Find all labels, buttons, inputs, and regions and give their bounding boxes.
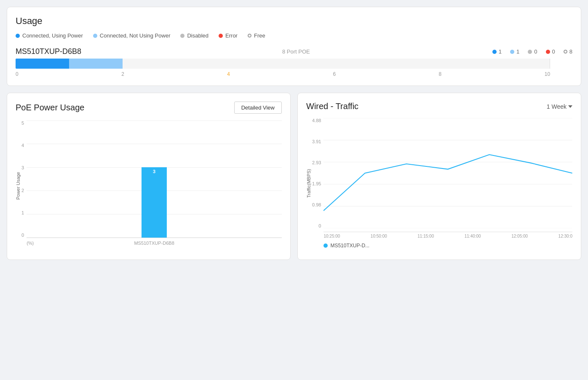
bar-blue [16, 59, 69, 69]
poe-y-2: 2 [21, 188, 24, 193]
time-selector[interactable]: 1 Week [547, 103, 572, 110]
legend-item-error: Error [219, 32, 238, 39]
axis-4: 4 [227, 71, 230, 77]
free-label: Free [254, 32, 265, 39]
count-dot-light [510, 50, 514, 54]
traffic-x-axis: 10:25:00 10:50:00 11:15:00 11:40:00 12:0… [323, 232, 572, 238]
count-value-4: 0 [552, 48, 555, 55]
x-label-2: 10:50:00 [371, 234, 387, 238]
disabled-dot [180, 34, 184, 38]
legend-item-free: Free [248, 32, 265, 39]
bar-track [16, 59, 550, 69]
error-dot [219, 34, 223, 38]
count-connected-power: 1 [492, 48, 502, 55]
x-label-3: 11:15:00 [417, 234, 434, 238]
poe-y-5: 5 [21, 120, 24, 126]
count-dot-empty [564, 50, 567, 54]
poe-y-axis: 5 4 3 2 1 0 [21, 120, 27, 251]
usage-card: Usage Connected, Using Power Connected, … [7, 7, 581, 86]
traffic-svg [323, 118, 572, 228]
count-dot-blue [492, 50, 497, 54]
traffic-y-098: 0.98 [312, 202, 321, 207]
detailed-view-button[interactable]: Detailed View [234, 102, 282, 114]
traffic-card: Wired - Traffic 1 Week Traffic(MBPS) 4.8… [297, 93, 581, 260]
error-label: Error [225, 32, 238, 39]
traffic-legend-dot [323, 244, 328, 248]
poe-y-3: 3 [21, 165, 24, 170]
poe-card: PoE Power Usage Detailed View Power Usag… [7, 93, 291, 260]
poe-bar-ms510: 3 [142, 167, 167, 238]
poe-y-1: 1 [21, 210, 24, 215]
usage-title: Usage [16, 16, 572, 27]
poe-y-0: 0 [21, 233, 24, 238]
legend: Connected, Using Power Connected, Not Us… [16, 32, 572, 39]
device-row: MS510TXUP-D6B8 8 Port POE 1 1 0 0 8 [16, 47, 572, 56]
poe-x-axis: (%) MS510TXUP-D6B8 [27, 238, 282, 251]
poe-card-header: PoE Power Usage Detailed View [16, 102, 282, 114]
legend-item-connected-power: Connected, Using Power [16, 32, 83, 39]
connected-power-label: Connected, Using Power [22, 32, 83, 39]
bar-end-line [550, 59, 550, 69]
usage-bar-chart: 0 2 4 6 8 10 [16, 59, 572, 77]
traffic-y-391: 3.91 [312, 139, 321, 144]
x-label-1: 10:25:00 [323, 234, 340, 238]
connected-no-power-label: Connected, Not Using Power [100, 32, 171, 39]
traffic-y-title-wrapper: Traffic(MBPS) [306, 118, 312, 249]
chevron-down-icon [568, 105, 572, 108]
poe-chart-inner: 3 (%) MS510TXUP-D6B8 [27, 120, 282, 251]
traffic-y-axis-title: Traffic(MBPS) [306, 169, 311, 198]
axis-2: 2 [121, 71, 124, 77]
count-value-5: 8 [569, 48, 572, 55]
traffic-title: Wired - Traffic [306, 102, 358, 111]
count-value-1: 1 [499, 48, 502, 55]
count-free: 8 [564, 48, 572, 55]
free-dot [248, 34, 251, 37]
traffic-y-488: 4.88 [312, 118, 321, 123]
time-label: 1 Week [547, 103, 567, 110]
x-label-4: 11:40:00 [465, 234, 481, 238]
axis-0: 0 [16, 71, 19, 77]
count-disabled: 0 [528, 48, 537, 55]
traffic-legend-label: MS510TXUP-D... [330, 243, 369, 249]
count-value-2: 1 [516, 48, 519, 55]
poe-y-4: 4 [21, 143, 24, 148]
count-value-3: 0 [534, 48, 537, 55]
axis-8: 8 [439, 71, 442, 77]
device-counts: 1 1 0 0 8 [492, 48, 572, 55]
bar-light-blue [69, 59, 123, 69]
poe-bar-value: 3 [153, 169, 155, 174]
device-port-label: 8 Port POE [108, 48, 484, 55]
traffic-y-labels: 4.88 3.91 2.93 1.95 0.98 0 [312, 118, 323, 249]
count-connected-no-power: 1 [510, 48, 519, 55]
poe-title: PoE Power Usage [16, 103, 84, 112]
traffic-y-195: 1.95 [312, 181, 321, 186]
count-dot-gray [528, 50, 532, 54]
poe-x-label: MS510TXUP-D6B8 [134, 241, 174, 246]
traffic-y-0: 0 [318, 223, 321, 228]
bar-axis: 0 2 4 6 8 10 [16, 71, 550, 77]
count-dot-red [546, 50, 550, 54]
traffic-chart-area: Traffic(MBPS) 4.88 3.91 2.93 1.95 0.98 0 [306, 118, 572, 249]
x-label-6: 12:30:0 [559, 234, 572, 238]
traffic-chart-inner: 10:25:00 10:50:00 11:15:00 11:40:00 12:0… [323, 118, 572, 249]
traffic-y-293: 2.93 [312, 160, 321, 165]
poe-bars-area: 3 [27, 120, 282, 238]
poe-x-prefix: (%) [27, 241, 34, 246]
legend-item-connected-no-power: Connected, Not Using Power [93, 32, 171, 39]
axis-6: 6 [333, 71, 336, 77]
bottom-row: PoE Power Usage Detailed View Power Usag… [7, 93, 581, 267]
count-error: 0 [546, 48, 555, 55]
legend-item-disabled: Disabled [180, 32, 208, 39]
device-name: MS510TXUP-D6B8 [16, 47, 100, 56]
poe-chart-area: Power Usage 5 4 3 2 1 0 [16, 120, 282, 251]
traffic-card-header: Wired - Traffic 1 Week [306, 102, 572, 111]
poe-y-axis-wrapper: Power Usage [16, 120, 21, 251]
axis-10: 10 [545, 71, 550, 77]
poe-y-axis-title: Power Usage [16, 172, 21, 200]
connected-no-power-dot [93, 34, 97, 38]
traffic-legend: MS510TXUP-D... [323, 243, 369, 249]
disabled-label: Disabled [187, 32, 208, 39]
x-label-5: 12:05:00 [511, 234, 528, 238]
connected-power-dot [16, 34, 20, 38]
